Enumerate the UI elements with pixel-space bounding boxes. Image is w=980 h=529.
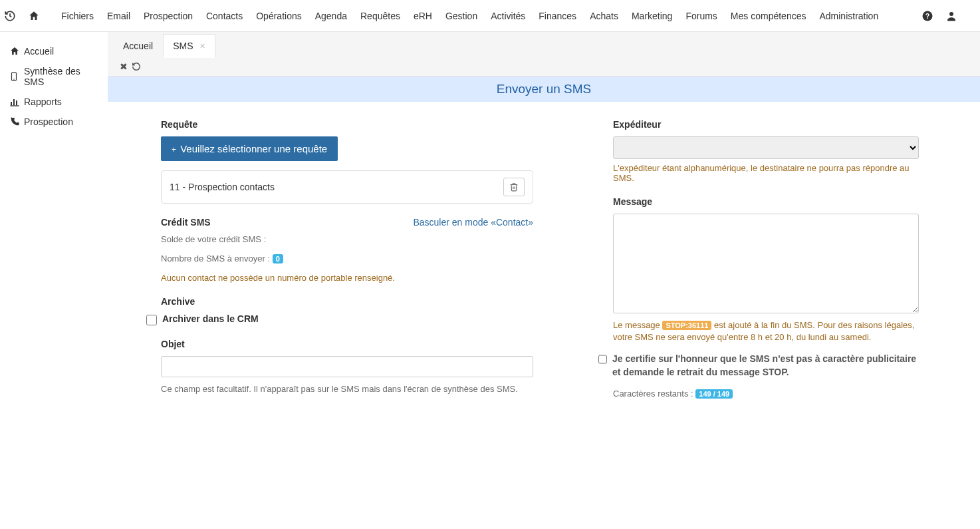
top-nav: Fichiers Email Prospection Contacts Opér… [0, 0, 980, 32]
chars-badge: 149 / 149 [695, 389, 733, 399]
sidebar: Accueil Synthèse des SMS Rapports Prospe… [0, 32, 108, 412]
nav-marketing[interactable]: Marketing [625, 0, 679, 32]
sidebar-item-accueil[interactable]: Accueil [0, 41, 108, 61]
svg-rect-5 [11, 102, 12, 105]
objet-input[interactable] [161, 356, 533, 377]
right-column: Expéditeur L'expéditeur étant alphanumér… [613, 115, 919, 399]
chars-remaining-row: Caractères restants : 149 / 149 [613, 389, 919, 399]
form-area: Requête + Veuillez sélectionner une requ… [108, 102, 980, 412]
sms-count-badge: 0 [273, 254, 283, 264]
home-icon [9, 46, 24, 57]
main: Accueil SMS × ✖ Envoyer un SMS Requête [108, 32, 980, 412]
query-item-label: 11 - Prospection contacts [170, 182, 275, 192]
svg-rect-7 [16, 100, 17, 105]
button-label: Veuillez sélectionner une requête [180, 143, 327, 154]
nav-fichiers[interactable]: Fichiers [55, 0, 100, 32]
sidebar-item-label: Rapports [24, 96, 62, 107]
help-icon[interactable]: ? [921, 10, 945, 22]
trash-icon [509, 182, 519, 192]
tabbar: Accueil SMS × ✖ [108, 32, 980, 77]
certify-checkbox-label: Je certifie sur l'honneur que le SMS n'e… [612, 353, 919, 379]
nav-activites[interactable]: Activités [484, 0, 532, 32]
query-item-row: 11 - Prospection contacts [161, 170, 533, 204]
certify-checkbox[interactable] [598, 354, 607, 365]
mobile-icon [9, 71, 24, 82]
stop-help-prefix: Le message [613, 320, 660, 330]
nav-forums[interactable]: Forums [679, 0, 723, 32]
nav-email[interactable]: Email [100, 0, 137, 32]
expediteur-help: L'expéditeur étant alphanumérique, le de… [613, 163, 919, 183]
cancel-icon[interactable]: ✖ [116, 61, 132, 72]
sidebar-item-label: Synthèse des SMS [24, 66, 98, 87]
chart-bar-icon [9, 96, 24, 107]
svg-text:?: ? [925, 11, 929, 19]
home-icon[interactable] [28, 10, 52, 22]
expediteur-label: Expéditeur [613, 119, 919, 130]
archive-checkbox[interactable] [146, 315, 157, 325]
tab-accueil[interactable]: Accueil [113, 34, 163, 58]
phone-icon [9, 116, 24, 127]
page-title: Envoyer un SMS [108, 77, 980, 102]
tab-sms[interactable]: SMS × [163, 34, 215, 58]
nav-prospection[interactable]: Prospection [137, 0, 199, 32]
archive-heading: Archive [161, 296, 533, 307]
svg-rect-6 [13, 99, 15, 105]
sidebar-item-label: Prospection [24, 116, 73, 127]
contact-mode-link[interactable]: Basculer en mode «Contact» [413, 217, 533, 228]
nav-requetes[interactable]: Requêtes [354, 0, 407, 32]
archive-checkbox-label: Archiver dans le CRM [162, 313, 259, 324]
select-query-button[interactable]: + Veuillez sélectionner une requête [161, 136, 338, 161]
nav-gestion[interactable]: Gestion [439, 0, 484, 32]
objet-label: Objet [161, 339, 533, 349]
credit-heading: Crédit SMS [161, 217, 211, 228]
sms-count-row: Nombre de SMS à envoyer : 0 [161, 254, 533, 264]
chars-label: Caractères restants : [613, 389, 693, 399]
nav-achats[interactable]: Achats [583, 0, 625, 32]
refresh-icon[interactable] [132, 62, 148, 71]
user-icon[interactable] [945, 10, 969, 22]
message-textarea[interactable] [613, 214, 919, 313]
svg-point-2 [949, 12, 953, 16]
sms-count-label: Nombre de SMS à envoyer : [161, 254, 270, 264]
sidebar-item-synthese[interactable]: Synthèse des SMS [0, 61, 108, 92]
no-mobile-warning: Aucun contact ne possède un numéro de po… [161, 273, 533, 283]
expediteur-select[interactable] [613, 136, 919, 159]
nav-operations[interactable]: Opérations [249, 0, 308, 32]
top-nav-right: ? [921, 10, 976, 22]
nav-agenda[interactable]: Agenda [308, 0, 354, 32]
nav-erh[interactable]: eRH [407, 0, 439, 32]
tab-label: SMS [173, 41, 193, 51]
tabs-row: Accueil SMS × [113, 32, 980, 57]
top-nav-menu: Fichiers Email Prospection Contacts Opér… [55, 0, 885, 32]
nav-contacts[interactable]: Contacts [199, 0, 249, 32]
stop-badge: STOP:36111 [662, 321, 711, 330]
tab-label: Accueil [123, 41, 153, 51]
sidebar-item-label: Accueil [24, 46, 54, 57]
nav-competences[interactable]: Mes compétences [724, 0, 813, 32]
delete-query-button[interactable] [503, 178, 525, 196]
requete-label: Requête [161, 119, 533, 130]
nav-administration[interactable]: Administration [812, 0, 885, 32]
sidebar-item-rapports[interactable]: Rapports [0, 92, 108, 112]
tab-tools: ✖ [113, 57, 980, 76]
top-nav-left: Fichiers Email Prospection Contacts Opér… [4, 0, 885, 32]
left-column: Requête + Veuillez sélectionner une requ… [161, 115, 533, 399]
plus-icon: + [172, 145, 176, 154]
message-label: Message [613, 196, 919, 207]
sidebar-item-prospection[interactable]: Prospection [0, 112, 108, 132]
balance-label: Solde de votre crédit SMS : [161, 234, 533, 244]
close-icon[interactable]: × [199, 41, 205, 51]
stop-help: Le message STOP:36111 est ajouté à la fi… [613, 319, 919, 343]
objet-help: Ce champ est facultatif. Il n'apparaît p… [161, 384, 533, 394]
nav-finances[interactable]: Finances [532, 0, 583, 32]
history-icon[interactable] [4, 10, 28, 22]
